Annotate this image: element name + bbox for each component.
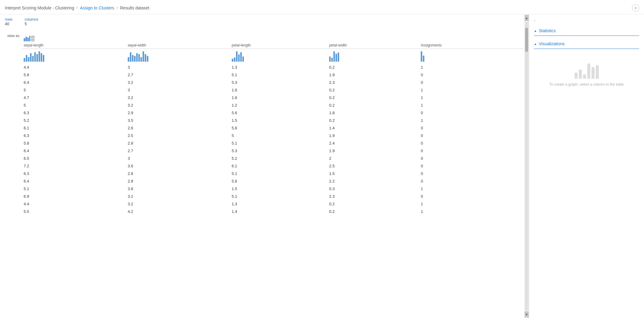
cell-petal-width: 0.2 [327,94,418,101]
rows-label: rows [5,17,12,22]
cell-sepal-width: 2.8 [125,177,229,185]
cell-assignments: 0 [418,162,523,170]
columns-label: columns [25,17,38,22]
cell-sepal-length: 6.3 [21,109,125,117]
table-row[interactable]: 6.32.551.90 [5,132,523,139]
meta-row: rows 40 columns 5 [5,17,524,26]
table-row[interactable]: 4.73.21.60.21 [5,94,523,101]
table-row[interactable]: 6.535.220 [5,155,523,162]
table-row[interactable]: 531.60.21 [5,86,523,94]
table-row[interactable]: 5.54.21.40.21 [5,208,523,215]
histogram-icon [24,35,30,41]
cell-petal-width: 2 [327,155,418,162]
cell-petal-width: 0.3 [327,185,418,193]
table-row[interactable]: 6.43.25.32.30 [5,79,523,86]
close-button[interactable]: ✕ [632,4,639,12]
table-row[interactable]: 5.23.51.50.21 [5,117,523,124]
table-icon [31,35,35,41]
col-header-petal-length[interactable]: petal-length [229,42,327,49]
cell-petal-length: 5.1 [229,170,327,177]
cell-sepal-width: 3.2 [125,200,229,208]
cell-petal-length: 5.1 [229,193,327,200]
cell-petal-length: 1.3 [229,63,327,71]
cell-sepal-width: 3.1 [125,193,229,200]
cell-sepal-length: 6.4 [21,147,125,155]
table-container: view as sepal-length sepal-width [5,30,524,318]
row-index [5,101,21,109]
cell-sepal-length: 6.4 [21,79,125,86]
table-row[interactable]: 6.32.85.11.50 [5,170,523,177]
cell-sepal-width: 2.5 [125,132,229,139]
table-row[interactable]: 5.82.75.11.90 [5,71,523,79]
col-header-assignments[interactable]: Assignments [418,42,523,49]
column-headers-row: sepal-length sepal-width petal-length pe… [5,42,523,49]
collapse-toggle[interactable]: › [534,18,639,23]
table-row[interactable]: 4.431.30.21 [5,63,523,71]
statistics-section-header[interactable]: ▲ Statistics [534,25,639,36]
table-row[interactable]: 4.43.21.30.21 [5,200,523,208]
visualization-placeholder: To create a graph, select a column in th… [534,51,639,96]
cell-assignments: 0 [418,147,523,155]
cell-sepal-width: 2.9 [125,109,229,117]
table-row[interactable]: 5.13.81.50.31 [5,185,523,193]
row-index [5,208,21,215]
table-row[interactable]: 6.42.85.62.20 [5,177,523,185]
scroll-up-button[interactable]: ▲ [524,15,529,21]
cell-sepal-width: 3.6 [125,162,229,170]
breadcrumb-part3: Results dataset [120,5,150,10]
cell-sepal-length: 5.8 [21,71,125,79]
columns-meta: columns 5 [25,17,38,26]
cell-petal-width: 1.9 [327,71,418,79]
cell-petal-width: 2.3 [327,193,418,200]
rows-value: 40 [5,22,12,26]
cell-sepal-length: 6.1 [21,124,125,132]
col-header-sepal-width[interactable]: sepal-width [125,42,229,49]
visualizations-section-header[interactable]: ▲ Visualizations [534,38,639,49]
cell-sepal-length: 7.2 [21,162,125,170]
sparkline-petal-length [232,51,324,62]
cell-sepal-width: 3 [125,155,229,162]
cell-petal-width: 2.5 [327,162,418,170]
view-toggle-sepal-length[interactable] [24,30,123,41]
breadcrumb-part2[interactable]: Assign to Clusters [80,5,114,10]
cell-petal-length: 5.1 [229,71,327,79]
table-row[interactable]: 6.12.65.61.40 [5,124,523,132]
cell-sepal-width: 2.8 [125,170,229,177]
scroll-down-button[interactable]: ▼ [524,311,529,317]
row-index [5,79,21,86]
table-row[interactable]: 5.82.85.12.40 [5,139,523,147]
cell-petal-length: 5.3 [229,147,327,155]
table-row[interactable]: 6.32.95.61.80 [5,109,523,117]
cell-petal-width: 2.4 [327,139,418,147]
table-row[interactable]: 53.21.20.21 [5,101,523,109]
cell-petal-width: 0.2 [327,63,418,71]
row-index [5,71,21,79]
cell-petal-length: 1.6 [229,86,327,94]
cell-sepal-length: 6.3 [21,132,125,139]
rows-meta: rows 40 [5,17,12,26]
scroll-thumb[interactable] [525,28,528,52]
row-index [5,63,21,71]
cell-sepal-length: 5.8 [21,139,125,147]
cell-sepal-width: 3.2 [125,79,229,86]
cell-sepal-length: 4.4 [21,200,125,208]
cell-petal-length: 5.6 [229,177,327,185]
visualizations-title: Visualizations [539,41,565,46]
cell-assignments: 0 [418,139,523,147]
table-row[interactable]: 6.42.75.31.90 [5,147,523,155]
cell-assignments: 0 [418,124,523,132]
cell-sepal-length: 6.4 [21,177,125,185]
col-header-petal-width[interactable]: petal-width [327,42,418,49]
cell-sepal-width: 3 [125,63,229,71]
cell-petal-length: 5.1 [229,139,327,147]
main-layout: rows 40 columns 5 view as [0,14,644,318]
cell-petal-width: 1.9 [327,147,418,155]
cell-assignments: 1 [418,200,523,208]
columns-value: 5 [25,22,38,26]
table-row[interactable]: 6.93.15.12.30 [5,193,523,200]
col-header-sepal-length[interactable]: sepal-length [21,42,125,49]
cell-petal-length: 1.5 [229,185,327,193]
table-row[interactable]: 7.23.66.12.50 [5,162,523,170]
row-index [5,185,21,193]
cell-petal-length: 5 [229,132,327,139]
